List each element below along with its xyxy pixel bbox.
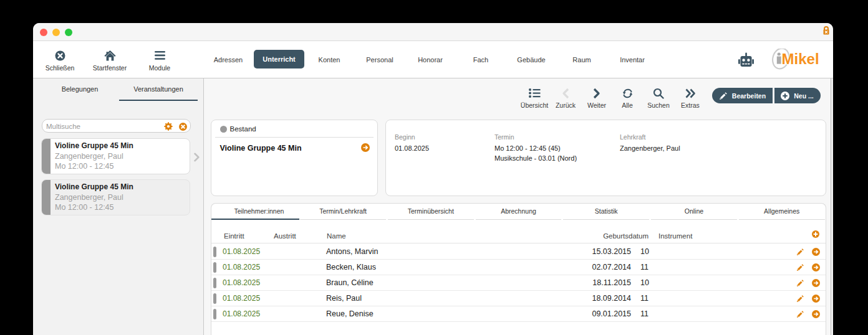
svg-text:Mikel: Mikel — [782, 50, 819, 67]
